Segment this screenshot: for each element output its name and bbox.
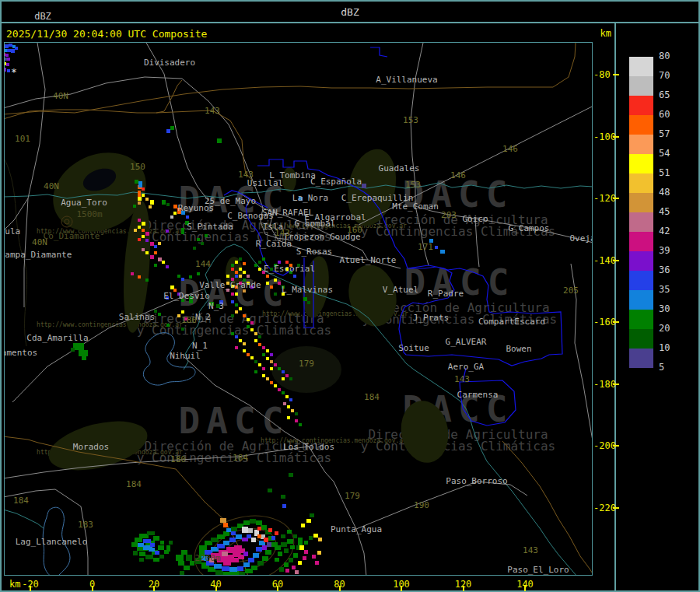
echo-cell xyxy=(270,353,273,356)
echo-cell xyxy=(262,374,265,377)
echo-cell xyxy=(197,272,200,275)
echo-cell xyxy=(289,377,292,380)
echo-cell xyxy=(181,228,184,234)
echo-cell xyxy=(243,289,246,292)
echo-cell xyxy=(147,531,155,535)
echo-cell xyxy=(154,310,157,313)
y-axis-unit-label: km xyxy=(585,28,611,39)
echo-cell xyxy=(214,564,222,569)
legend-block-label: 54 xyxy=(659,148,670,159)
echo-cell xyxy=(292,566,296,569)
legend-block-label: 20 xyxy=(659,323,670,334)
radar-map[interactable]: DACCDirección de Agriculturay Contingenc… xyxy=(4,42,593,576)
echo-cell xyxy=(243,278,246,282)
echo-cell xyxy=(243,342,246,345)
echo-cell xyxy=(162,261,165,264)
echo-cell xyxy=(247,353,250,356)
echo-cell xyxy=(275,531,278,535)
echo-cell xyxy=(282,504,286,508)
echo-cell xyxy=(309,536,313,540)
echo-cell xyxy=(7,58,10,61)
echo-cell xyxy=(231,314,234,317)
echo-cell xyxy=(282,285,285,289)
echo-cell xyxy=(142,222,145,226)
echo-cell xyxy=(189,296,193,303)
echo-cell xyxy=(266,282,269,285)
echo-cell xyxy=(4,68,6,72)
legend-block-label: 51 xyxy=(659,167,670,178)
echo-cell xyxy=(226,282,229,285)
title-bar: dBZ xyxy=(0,0,700,23)
echo-cell xyxy=(190,561,194,566)
legend-block-label: 70 xyxy=(659,70,670,81)
echo-cell xyxy=(429,239,433,243)
echo-cell xyxy=(150,255,154,259)
echo-cell xyxy=(266,357,269,360)
echo-cell xyxy=(262,257,265,261)
y-tick-mark xyxy=(613,260,619,261)
echo-cell xyxy=(270,381,273,384)
echo-cell xyxy=(166,545,170,552)
echo-cell xyxy=(307,301,310,304)
echo-cell xyxy=(435,246,438,249)
echo-cell xyxy=(6,63,9,66)
x-tick-mark xyxy=(215,586,217,591)
y-tick-mark xyxy=(613,74,619,75)
echo-cell xyxy=(257,534,261,538)
echo-cell xyxy=(166,229,169,233)
echo-cell xyxy=(231,268,234,271)
echo-cell xyxy=(285,261,289,264)
echo-cell xyxy=(256,547,262,552)
legend-block xyxy=(629,329,653,349)
echo-cell xyxy=(169,541,173,545)
echo-cell xyxy=(231,292,234,296)
legend-block xyxy=(629,290,653,310)
echo-cell xyxy=(186,555,192,561)
echo-cell xyxy=(142,194,145,197)
echo-cell xyxy=(251,566,257,570)
echo-cell xyxy=(275,558,279,562)
echo-cell xyxy=(250,328,254,331)
echo-cell xyxy=(243,349,246,352)
echo-cell xyxy=(290,545,295,549)
echo-cell xyxy=(251,538,256,542)
echo-cell xyxy=(138,201,141,205)
echo-cell xyxy=(268,528,272,532)
echo-cell xyxy=(262,367,265,370)
legend-bottom-label: 5 xyxy=(659,362,664,373)
radar-window: dBZ 2025/11/30 20:04:00 UTC Composite km… xyxy=(0,0,700,592)
echo-cell xyxy=(248,558,254,562)
y-tick-mark xyxy=(613,321,619,323)
echo-cell xyxy=(250,285,254,289)
echo-cell xyxy=(265,550,271,555)
echo-cell xyxy=(293,275,296,278)
echo-cell xyxy=(231,332,234,335)
echo-cell xyxy=(270,360,273,363)
echo-cell xyxy=(142,235,145,238)
echo-cell xyxy=(235,303,238,307)
legend-block xyxy=(629,76,653,96)
legend-block-label: 30 xyxy=(659,303,670,314)
echo-cell xyxy=(279,567,284,572)
echo-cell xyxy=(243,262,246,265)
echo-cell xyxy=(287,416,290,419)
echo-cell xyxy=(274,363,277,366)
echo-cell xyxy=(133,551,138,555)
echo-cell xyxy=(281,495,285,499)
echo-cell xyxy=(166,296,169,300)
echo-cell xyxy=(247,318,250,321)
echo-cell xyxy=(289,271,292,274)
echo-cell xyxy=(154,245,157,248)
echo-cell xyxy=(266,275,269,278)
echo-cell xyxy=(154,264,157,267)
echo-cell xyxy=(139,558,144,562)
echo-cell xyxy=(170,126,174,130)
echo-cell xyxy=(223,523,228,527)
echo-cell xyxy=(226,289,229,292)
echo-cell xyxy=(253,553,259,558)
echo-cell xyxy=(281,542,287,547)
echo-cell xyxy=(145,555,153,559)
echo-cell xyxy=(181,211,185,215)
echo-cell xyxy=(235,261,238,264)
echo-cell xyxy=(231,285,234,288)
